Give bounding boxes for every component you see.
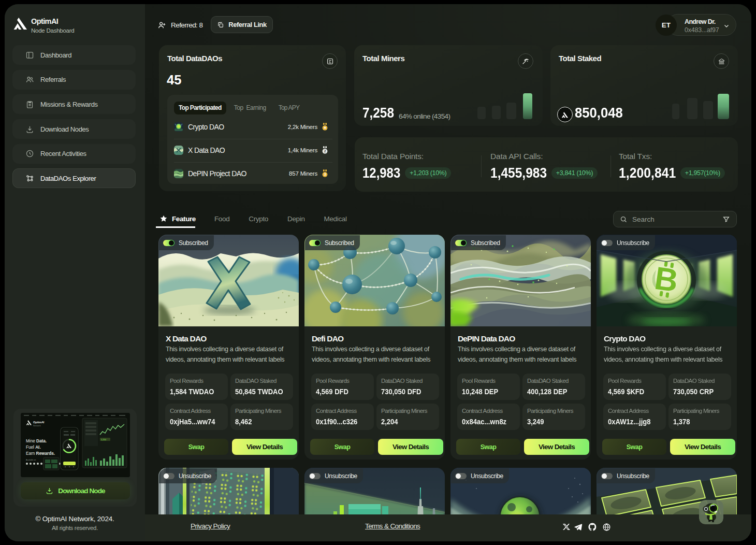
svg-text:OptimAI: OptimAI [33, 421, 45, 424]
svg-text:Available on: Available on [26, 459, 36, 461]
svg-text:3: 3 [324, 173, 326, 176]
svg-text:Mine Data.: Mine Data. [26, 439, 47, 443]
svg-text:Fuel AI.: Fuel AI. [26, 445, 41, 450]
svg-text:Earn Rewards.: Earn Rewards. [26, 451, 55, 456]
svg-text:2: 2 [324, 149, 326, 153]
svg-text:1,250: 1,250 [101, 438, 107, 441]
svg-text:Network: Network [33, 424, 41, 427]
